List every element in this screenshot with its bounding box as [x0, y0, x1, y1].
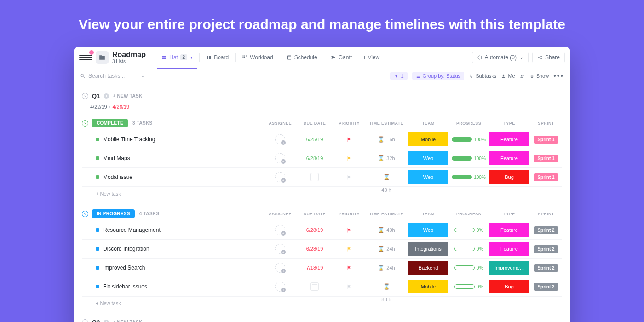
assignee-cell[interactable] — [264, 282, 296, 292]
tab-list[interactable]: List2▾ — [157, 52, 197, 63]
progress-cell[interactable]: 0% — [449, 228, 489, 233]
task-row[interactable]: Fix sidebar issues ⌛ Mobile 0% Bug Sprin… — [82, 277, 562, 296]
sprint-cell[interactable]: Sprint 1 — [530, 136, 562, 144]
type-cell[interactable]: Feature — [489, 242, 530, 256]
time-estimate-cell[interactable]: ⌛24h — [365, 264, 408, 271]
priority-flag-icon[interactable] — [333, 265, 365, 271]
info-icon[interactable]: i — [104, 320, 109, 322]
sprint-cell[interactable]: Sprint 2 — [530, 245, 562, 253]
assignee-cell[interactable] — [264, 172, 296, 182]
collapse-icon[interactable] — [82, 93, 88, 99]
add-assignee-icon[interactable] — [275, 134, 285, 144]
task-row[interactable]: Resource Management 6/28/19 ⌛40h Web 0% … — [82, 221, 562, 240]
new-task-button[interactable]: + New task — [82, 187, 264, 198]
priority-flag-icon[interactable] — [333, 246, 365, 252]
tab-schedule[interactable]: Schedule — [282, 52, 322, 63]
tab-gantt[interactable]: Gantt — [326, 52, 356, 63]
add-assignee-icon[interactable] — [275, 172, 285, 182]
task-row[interactable]: Modal issue ⌛ Web 100% Bug Sprint 1 — [82, 168, 562, 187]
tab-board[interactable]: Board — [201, 52, 233, 63]
new-task-button[interactable]: + NEW TASK — [113, 320, 142, 322]
assignee-cell[interactable] — [264, 263, 296, 273]
team-cell[interactable]: Web — [408, 223, 449, 237]
progress-cell[interactable]: 0% — [449, 284, 489, 289]
task-row[interactable]: Mind Maps 6/28/19 ⌛32h Web 100% Feature … — [82, 149, 562, 168]
team-cell[interactable]: Mobile — [408, 132, 449, 146]
team-cell[interactable]: Integrations — [408, 242, 449, 256]
collapse-icon[interactable] — [82, 211, 88, 217]
task-row[interactable]: Improved Search 7/18/19 ⌛24h Backend 0% … — [82, 259, 562, 277]
status-pill[interactable]: COMPLETE — [92, 119, 128, 127]
collapse-icon[interactable] — [82, 120, 88, 126]
due-date-cell[interactable] — [296, 282, 333, 291]
priority-flag-icon[interactable] — [333, 137, 365, 143]
progress-cell[interactable]: 100% — [449, 156, 489, 161]
time-estimate-cell[interactable]: ⌛40h — [365, 227, 408, 233]
add-assignee-icon[interactable] — [275, 282, 285, 292]
sprint-cell[interactable]: Sprint 1 — [530, 173, 562, 181]
type-cell[interactable]: Bug — [489, 170, 530, 184]
sprint-cell[interactable]: Sprint 2 — [530, 283, 562, 291]
priority-flag-icon[interactable] — [333, 155, 365, 161]
time-estimate-cell[interactable]: ⌛24h — [365, 246, 408, 252]
progress-cell[interactable]: 0% — [449, 265, 489, 270]
info-icon[interactable]: i — [104, 93, 109, 99]
group-by-chip[interactable]: Group by: Status — [412, 72, 465, 80]
type-cell[interactable]: Feature — [489, 132, 530, 146]
priority-flag-icon[interactable] — [333, 227, 365, 233]
task-row[interactable]: Mobile Time Tracking 6/25/19 ⌛16h Mobile… — [82, 130, 562, 149]
due-date-cell[interactable]: 6/28/19 — [296, 155, 333, 161]
task-row[interactable]: Discord Integration 6/28/19 ⌛24h Integra… — [82, 240, 562, 259]
automate-button[interactable]: Automate (0)⌄ — [472, 52, 529, 63]
type-cell[interactable]: Improveme... — [489, 261, 530, 275]
due-date-cell[interactable] — [296, 173, 333, 181]
add-assignee-icon[interactable] — [275, 244, 285, 254]
assignees-icon[interactable] — [520, 74, 525, 79]
time-estimate-cell[interactable]: ⌛ — [365, 174, 408, 180]
show-toggle[interactable]: Show — [529, 73, 549, 79]
progress-cell[interactable]: 100% — [449, 175, 489, 180]
type-cell[interactable]: Feature — [489, 223, 530, 237]
sprint-cell[interactable]: Sprint 2 — [530, 264, 562, 272]
sprint-cell[interactable]: Sprint 2 — [530, 226, 562, 234]
progress-cell[interactable]: 100% — [449, 137, 489, 142]
share-button[interactable]: Share — [532, 52, 565, 63]
due-date-cell[interactable]: 7/18/19 — [296, 265, 333, 270]
due-date-cell[interactable]: 6/28/19 — [296, 246, 333, 252]
priority-flag-icon[interactable] — [333, 174, 365, 180]
subtasks-toggle[interactable]: Subtasks — [469, 73, 496, 79]
time-estimate-cell[interactable]: ⌛16h — [365, 136, 408, 143]
collapse-icon[interactable] — [82, 319, 88, 322]
menu-icon[interactable] — [79, 51, 92, 64]
due-date-cell[interactable]: 6/28/19 — [296, 227, 333, 233]
filter-chip[interactable]: 1 — [390, 72, 407, 80]
add-assignee-icon[interactable] — [275, 225, 285, 235]
search-input[interactable]: Search tasks...⌄ — [80, 73, 145, 79]
team-cell[interactable]: Backend — [408, 261, 449, 275]
sprint-cell[interactable]: Sprint 1 — [530, 155, 562, 162]
progress-cell[interactable]: 0% — [449, 247, 489, 252]
type-cell[interactable]: Feature — [489, 151, 530, 165]
add-assignee-icon[interactable] — [275, 153, 285, 163]
assignee-cell[interactable] — [264, 153, 296, 163]
assignee-cell[interactable] — [264, 244, 296, 254]
notification-badge — [89, 50, 94, 55]
type-cell[interactable]: Bug — [489, 280, 530, 293]
priority-flag-icon[interactable] — [333, 284, 365, 290]
me-filter[interactable]: Me — [501, 73, 515, 79]
team-cell[interactable]: Web — [408, 151, 449, 165]
assignee-cell[interactable] — [264, 225, 296, 235]
more-icon[interactable]: ••• — [553, 72, 564, 80]
time-estimate-cell[interactable]: ⌛32h — [365, 155, 408, 161]
assignee-cell[interactable] — [264, 134, 296, 144]
team-cell[interactable]: Web — [408, 170, 449, 184]
add-view-button[interactable]: + View — [358, 52, 384, 63]
status-pill[interactable]: IN PROGRESS — [92, 209, 135, 218]
new-task-button[interactable]: + New task — [82, 297, 264, 308]
tab-workload[interactable]: Workload — [237, 52, 277, 63]
add-assignee-icon[interactable] — [275, 263, 285, 273]
time-estimate-cell[interactable]: ⌛ — [365, 283, 408, 290]
due-date-cell[interactable]: 6/25/19 — [296, 137, 333, 142]
new-task-button[interactable]: + NEW TASK — [113, 93, 142, 98]
team-cell[interactable]: Mobile — [408, 280, 449, 293]
